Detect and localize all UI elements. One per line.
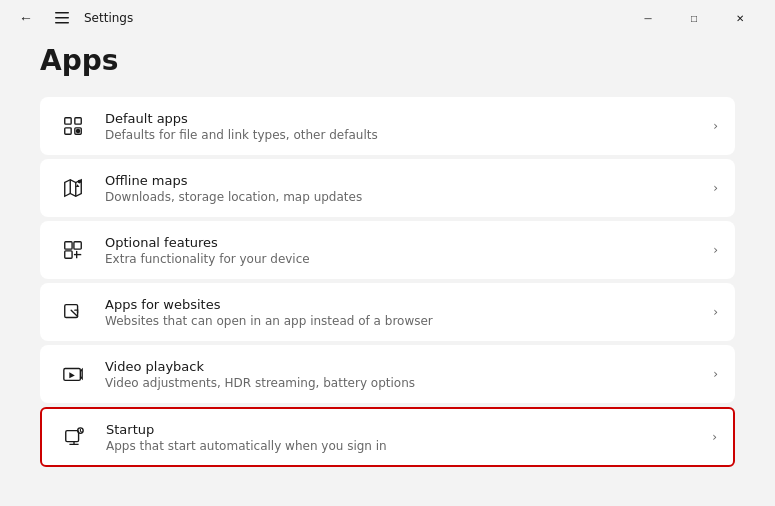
svg-rect-2 bbox=[55, 22, 69, 24]
settings-item-left: Video playback Video adjustments, HDR st… bbox=[57, 358, 415, 390]
settings-item-name: Startup bbox=[106, 422, 387, 437]
svg-point-8 bbox=[78, 180, 82, 184]
settings-item-text: Video playback Video adjustments, HDR st… bbox=[105, 359, 415, 390]
settings-item-name: Apps for websites bbox=[105, 297, 433, 312]
chevron-right-icon: › bbox=[713, 181, 718, 195]
back-button[interactable]: ← bbox=[12, 4, 40, 32]
settings-item-name: Default apps bbox=[105, 111, 378, 126]
settings-item-desc: Websites that can open in an app instead… bbox=[105, 314, 433, 328]
settings-item-desc: Extra functionality for your device bbox=[105, 252, 310, 266]
settings-item-startup[interactable]: Startup Apps that start automatically wh… bbox=[40, 407, 735, 467]
settings-item-left: Optional features Extra functionality fo… bbox=[57, 234, 310, 266]
settings-list: Default apps Defaults for file and link … bbox=[40, 97, 735, 467]
video-playback-icon bbox=[57, 358, 89, 390]
settings-item-text: Optional features Extra functionality fo… bbox=[105, 235, 310, 266]
apps-for-websites-icon bbox=[57, 296, 89, 328]
svg-rect-10 bbox=[74, 242, 81, 249]
svg-rect-16 bbox=[66, 431, 79, 442]
content-area: Apps Default apps Defaults for file and … bbox=[0, 36, 775, 506]
svg-rect-1 bbox=[55, 17, 69, 19]
chevron-right-icon: › bbox=[712, 430, 717, 444]
settings-item-desc: Downloads, storage location, map updates bbox=[105, 190, 362, 204]
window-controls: ─ □ ✕ bbox=[625, 2, 763, 34]
chevron-right-icon: › bbox=[713, 367, 718, 381]
svg-rect-4 bbox=[75, 118, 81, 124]
chevron-right-icon: › bbox=[713, 243, 718, 257]
settings-item-left: Apps for websites Websites that can open… bbox=[57, 296, 433, 328]
settings-item-text: Default apps Defaults for file and link … bbox=[105, 111, 378, 142]
title-bar-left: ← Settings bbox=[12, 4, 133, 32]
settings-item-text: Apps for websites Websites that can open… bbox=[105, 297, 433, 328]
menu-button[interactable] bbox=[48, 4, 76, 32]
settings-item-desc: Video adjustments, HDR streaming, batter… bbox=[105, 376, 415, 390]
svg-rect-0 bbox=[55, 12, 69, 14]
settings-item-desc: Defaults for file and link types, other … bbox=[105, 128, 378, 142]
settings-item-text: Offline maps Downloads, storage location… bbox=[105, 173, 362, 204]
offline-maps-icon bbox=[57, 172, 89, 204]
minimize-button[interactable]: ─ bbox=[625, 2, 671, 34]
settings-item-offline-maps[interactable]: Offline maps Downloads, storage location… bbox=[40, 159, 735, 217]
settings-item-default-apps[interactable]: Default apps Defaults for file and link … bbox=[40, 97, 735, 155]
settings-item-name: Optional features bbox=[105, 235, 310, 250]
startup-icon bbox=[58, 421, 90, 453]
title-bar: ← Settings ─ □ ✕ bbox=[0, 0, 775, 36]
svg-rect-5 bbox=[65, 128, 71, 134]
page-title: Apps bbox=[40, 44, 735, 77]
settings-item-name: Video playback bbox=[105, 359, 415, 374]
settings-item-apps-for-websites[interactable]: Apps for websites Websites that can open… bbox=[40, 283, 735, 341]
svg-rect-11 bbox=[65, 251, 72, 258]
settings-item-video-playback[interactable]: Video playback Video adjustments, HDR st… bbox=[40, 345, 735, 403]
settings-item-text: Startup Apps that start automatically wh… bbox=[106, 422, 387, 453]
svg-point-7 bbox=[76, 129, 81, 134]
settings-item-left: Default apps Defaults for file and link … bbox=[57, 110, 378, 142]
maximize-button[interactable]: □ bbox=[671, 2, 717, 34]
settings-item-desc: Apps that start automatically when you s… bbox=[106, 439, 387, 453]
svg-rect-9 bbox=[65, 242, 72, 249]
svg-rect-3 bbox=[65, 118, 71, 124]
close-button[interactable]: ✕ bbox=[717, 2, 763, 34]
main-content: Apps Default apps Defaults for file and … bbox=[0, 36, 775, 506]
settings-item-optional-features[interactable]: Optional features Extra functionality fo… bbox=[40, 221, 735, 279]
settings-item-name: Offline maps bbox=[105, 173, 362, 188]
window-title: Settings bbox=[84, 11, 133, 25]
settings-item-left: Startup Apps that start automatically wh… bbox=[58, 421, 387, 453]
settings-item-left: Offline maps Downloads, storage location… bbox=[57, 172, 362, 204]
chevron-right-icon: › bbox=[713, 305, 718, 319]
optional-features-icon bbox=[57, 234, 89, 266]
chevron-right-icon: › bbox=[713, 119, 718, 133]
default-apps-icon bbox=[57, 110, 89, 142]
